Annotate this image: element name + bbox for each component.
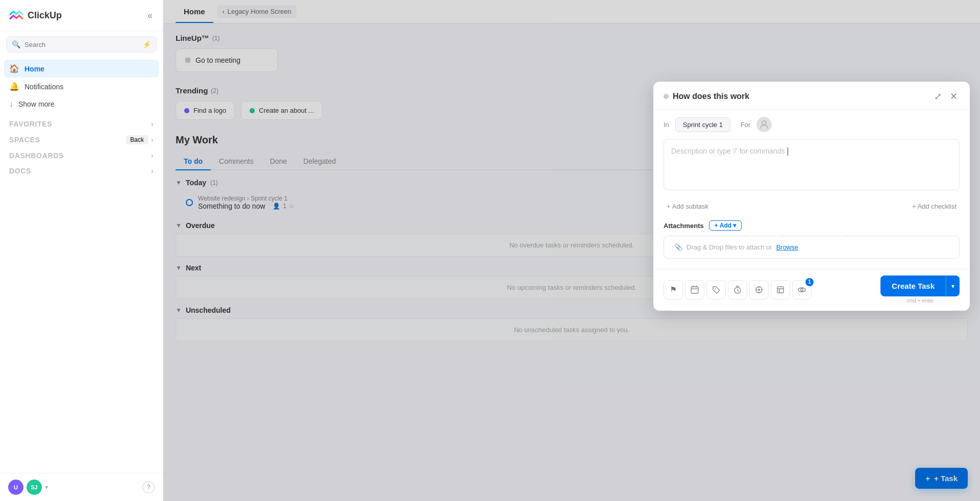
panel-close-button[interactable]: ✕ [948, 90, 960, 103]
tag-icon[interactable] [706, 280, 726, 299]
panel-actions: ⤢ ✕ [932, 90, 960, 103]
help-icon[interactable]: ? [142, 481, 155, 493]
docs-label: DOCS [9, 167, 31, 175]
bell-icon: 🔔 [9, 82, 19, 91]
plus-icon: + [715, 222, 718, 229]
sidebar-bottom: U SJ ▾ ? [0, 473, 163, 501]
dashboards-label: DASHBOARDS [9, 152, 64, 160]
description-area[interactable]: Description or type '/' for commands [664, 139, 960, 190]
sidebar-item-show-more[interactable]: ↓ Show more [4, 95, 159, 113]
spaces-label: SPACES [9, 136, 40, 144]
add-checklist-button[interactable]: + Add checklist [909, 201, 960, 212]
svg-point-5 [758, 289, 760, 291]
assignee-avatar[interactable] [756, 117, 772, 132]
sidebar: ClickUp « 🔍 ⚡ 🏠 Home 🔔 Notifications ↓ S… [0, 0, 163, 501]
sprint-value[interactable]: Sprint cycle 1 [675, 117, 730, 132]
attachments-section: Attachments + Add ▾ 📎 Drag & Drop files … [653, 215, 970, 269]
home-icon: 🏠 [9, 64, 19, 73]
svg-point-2 [715, 288, 716, 289]
sidebar-item-notifications[interactable]: 🔔 Notifications [4, 78, 159, 95]
panel-open-button[interactable]: ⤢ [932, 90, 944, 103]
drop-zone[interactable]: 📎 Drag & Drop files to attach or Browse [664, 236, 960, 259]
create-task-dropdown-button[interactable]: ▾ [946, 275, 960, 296]
search-bar[interactable]: 🔍 ⚡ [6, 36, 157, 53]
flag-icon[interactable]: ⚑ [664, 280, 683, 299]
panel-status-dot [664, 94, 669, 99]
in-label: In [664, 121, 669, 129]
svg-point-0 [762, 121, 766, 125]
svg-point-8 [801, 288, 803, 291]
automation-icon[interactable] [749, 280, 769, 299]
app-name: ClickUp [28, 10, 62, 21]
description-placeholder: Description or type '/' for commands [671, 147, 785, 155]
for-label: For [741, 121, 751, 129]
avatar-chevron-icon: ▾ [45, 484, 48, 491]
docs-expand-icon: › [151, 167, 154, 175]
browse-link[interactable]: Browse [776, 243, 798, 251]
sidebar-item-label-home: Home [24, 65, 44, 73]
create-task-button-group: Create Task ▾ [880, 275, 960, 296]
attachments-title: Attachments + Add ▾ [664, 220, 960, 231]
dashboards-expand-icon: › [151, 152, 154, 160]
calendar-icon[interactable] [685, 280, 704, 299]
cmd-hint: cmd + enter [880, 298, 960, 304]
dashboards-section[interactable]: DASHBOARDS › [0, 146, 163, 162]
create-task-button[interactable]: Create Task [880, 275, 946, 296]
subtask-checklist-row: + Add subtask + Add checklist [653, 197, 970, 215]
avatar-group[interactable]: U SJ ▾ [8, 480, 48, 495]
collapse-sidebar-button[interactable]: « [145, 8, 155, 23]
favorites-section[interactable]: FAVORITES › [0, 115, 163, 130]
toolbar-icons: ⚑ [664, 280, 812, 299]
svg-rect-1 [691, 287, 698, 293]
template-icon[interactable] [771, 280, 790, 299]
dropdown-icon: ▾ [733, 222, 736, 229]
add-label: Add [720, 222, 731, 229]
watcher-badge: 1 [805, 278, 814, 286]
svg-rect-6 [777, 287, 783, 293]
task-panel: How does this work ⤢ ✕ In Sprint cycle 1… [653, 82, 970, 311]
search-input[interactable] [24, 41, 138, 48]
add-attachment-button[interactable]: + Add ▾ [709, 220, 742, 231]
sidebar-item-home[interactable]: 🏠 Home [4, 60, 159, 78]
docs-section[interactable]: DOCS › [0, 162, 163, 177]
text-cursor [788, 147, 788, 156]
chevron-down-icon: ↓ [9, 99, 13, 109]
logo: ClickUp [8, 7, 62, 23]
timer-icon[interactable] [728, 280, 747, 299]
sidebar-header: ClickUp « [0, 0, 163, 31]
main-content: Home ‹ Legacy Home Screen LineUp™ (1) Go… [163, 0, 980, 501]
favorites-label: FAVORITES [9, 120, 52, 128]
avatar-sj: SJ [27, 480, 42, 495]
spaces-section[interactable]: SPACES Back › [0, 130, 163, 146]
search-icon: 🔍 [12, 40, 20, 48]
create-task-area: Create Task ▾ cmd + enter [880, 275, 960, 304]
panel-title-row: How does this work [664, 92, 749, 101]
lightning-icon: ⚡ [142, 40, 151, 48]
avatar-u: U [8, 480, 23, 495]
drop-text: Drag & Drop files to attach or [687, 243, 772, 251]
sidebar-item-label-show-more: Show more [18, 100, 55, 108]
clickup-logo-icon [8, 7, 24, 23]
sidebar-nav: 🏠 Home 🔔 Notifications ↓ Show more [0, 58, 163, 115]
paperclip-icon: 📎 [674, 243, 682, 251]
panel-toolbar: ⚑ [653, 269, 970, 311]
panel-header: How does this work ⤢ ✕ [653, 82, 970, 110]
back-button[interactable]: Back [126, 135, 148, 144]
spaces-expand-icon: › [151, 136, 154, 144]
eye-icon[interactable]: 1 [792, 280, 812, 299]
panel-title: How does this work [673, 92, 749, 101]
add-subtask-button[interactable]: + Add subtask [664, 201, 712, 212]
sidebar-item-label-notifications: Notifications [24, 83, 63, 91]
favorites-expand-icon: › [151, 120, 154, 128]
panel-meta: In Sprint cycle 1 For [653, 110, 970, 132]
